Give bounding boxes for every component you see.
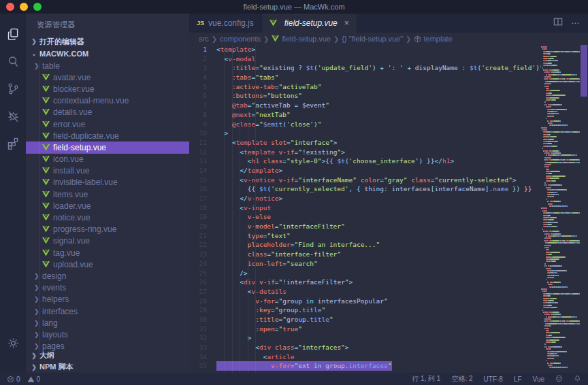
tree-item-avatar-vue[interactable]: avatar.vue	[26, 71, 189, 83]
code-line-2[interactable]: 2 <v-modal	[189, 54, 541, 64]
split-editor-icon[interactable]	[553, 17, 563, 29]
scrollbar-thumb[interactable]	[581, 45, 587, 97]
tree-item-install-vue[interactable]: install.vue	[26, 165, 189, 177]
tree-item-interfaces[interactable]: ❯interfaces	[26, 305, 189, 317]
code-line-8[interactable]: 8 @next="nextTab"	[189, 110, 541, 120]
debug-icon[interactable]	[0, 102, 26, 129]
code-line-19[interactable]: 19 v-else	[189, 212, 541, 222]
tree-item-events[interactable]: ❯events	[26, 282, 189, 294]
tree-item-contextual-menu-vue[interactable]: contextual-menu.vue	[26, 95, 189, 107]
tab-field-setup-vue[interactable]: field-setup.vue×	[262, 14, 357, 33]
tree-item-error-vue[interactable]: error.vue	[26, 118, 189, 130]
code-line-31[interactable]: 31 :open="true"	[189, 324, 541, 334]
breadcrumb-item-components[interactable]: components	[220, 35, 261, 43]
npm-scripts-section[interactable]: ❯ NPM 脚本	[26, 361, 189, 373]
code-line-24[interactable]: 24 icon-left="search"	[189, 259, 541, 269]
tree-item-helpers[interactable]: ❯helpers	[26, 294, 189, 305]
code-line-34[interactable]: 34 <article	[189, 352, 541, 362]
explorer-icon[interactable]	[0, 20, 26, 48]
code-line-30[interactable]: 30 :title="group.title"	[189, 315, 541, 324]
code-line-25[interactable]: 25 />	[189, 269, 541, 278]
tree-item-table[interactable]: ❯table	[26, 60, 189, 71]
tree-item-field-duplicate-vue[interactable]: field-duplicate.vue	[26, 130, 189, 141]
minimap-line	[541, 53, 580, 54]
breadcrumb-item-field-setup-vue[interactable]: field-setup.vue	[272, 35, 331, 43]
code-line-7[interactable]: 7 @tab="activeTab = $event"	[189, 101, 541, 110]
tree-item-blocker-vue[interactable]: blocker.vue	[26, 83, 189, 95]
breadcrumb-item-template[interactable]: template	[414, 35, 452, 43]
code-line-20[interactable]: 20 v-model="interfaceFilter"	[189, 222, 541, 231]
open-editors-section[interactable]: ❯ 打开的编辑器	[26, 35, 189, 48]
tree-item-details-vue[interactable]: details.vue	[26, 107, 189, 118]
code-line-1[interactable]: 1<template>	[189, 45, 541, 54]
minimap-line	[541, 233, 580, 235]
tab-vue-config-js[interactable]: JSvue.config.js	[189, 14, 262, 33]
tree-item-label: field-duplicate.vue	[53, 131, 119, 141]
outline-section[interactable]: ❯ 大纲	[26, 350, 189, 361]
breadcrumb-item-src[interactable]: src	[199, 35, 209, 43]
breadcrumb-item--field-setup-vue-[interactable]: {} "field-setup.vue"	[342, 35, 403, 43]
status-segment-vue[interactable]: Vue	[533, 375, 544, 383]
code-line-14[interactable]: 14 </template>	[189, 166, 541, 175]
code-line-13[interactable]: 13 <h1 class="style-0">{{ $t('choose_int…	[189, 156, 541, 166]
code-line-3[interactable]: 3 :title="existing ? $t('update_field') …	[189, 63, 541, 73]
code-line-11[interactable]: 11 <template slot="interface">	[189, 138, 541, 148]
tree-item-lang[interactable]: ❯lang	[26, 317, 189, 329]
chevron-right-icon: ❯	[29, 38, 39, 45]
code-line-32[interactable]: 32 >	[189, 333, 541, 343]
notifications-bell-icon[interactable]	[574, 375, 581, 384]
tree-item-design[interactable]: ❯design	[26, 270, 189, 282]
code-line-6[interactable]: 6 :buttons="buttons"	[189, 91, 541, 101]
tree-item-progress-ring-vue[interactable]: progress-ring.vue	[26, 224, 189, 235]
code-line-4[interactable]: 4 :tabs="tabs"	[189, 73, 541, 82]
tree-item-notice-vue[interactable]: notice.vue	[26, 212, 189, 223]
code-line-15[interactable]: 15 <v-notice v-if="interfaceName" color=…	[189, 175, 541, 185]
tree-item-upload-vue[interactable]: upload.vue	[26, 258, 189, 270]
code-line-10[interactable]: 10 >	[189, 129, 541, 138]
tree-item-invisible-label-vue[interactable]: invisible-label.vue	[26, 177, 189, 188]
root-folder-section[interactable]: ⌄ MACWK.COM	[26, 48, 189, 60]
code-line-5[interactable]: 5 :active-tab="activeTab"	[189, 82, 541, 92]
status-segment-utf-8[interactable]: UTF-8	[484, 375, 503, 383]
close-tab-icon[interactable]: ×	[344, 18, 349, 28]
code-line-22[interactable]: 22 placeholder="Find an interface..."	[189, 240, 541, 250]
code-editor[interactable]: 1<template>2 <v-modal3 :title="existing …	[189, 45, 541, 373]
line-number: 4	[189, 73, 216, 82]
tree-item-icon-vue[interactable]: icon.vue	[26, 154, 189, 165]
minimap-line	[541, 346, 580, 348]
code-line-18[interactable]: 18 <v-input	[189, 203, 541, 213]
minimap-line	[541, 124, 580, 126]
search-icon[interactable]	[0, 48, 26, 75]
tree-item-loader-vue[interactable]: loader.vue	[26, 200, 189, 212]
more-actions-icon[interactable]: ⋯	[571, 18, 580, 28]
feedback-smiley-icon[interactable]	[555, 375, 563, 384]
code-line-28[interactable]: 28 v-for="group in interfacesPopular"	[189, 297, 541, 306]
minimap[interactable]	[541, 45, 580, 373]
extensions-icon[interactable]	[0, 129, 26, 156]
status-segment--1-1[interactable]: 行 1, 列 1	[412, 374, 440, 384]
tree-item-layouts[interactable]: ❯layouts	[26, 329, 189, 340]
code-line-33[interactable]: 33 <div class="interfaces">	[189, 343, 541, 352]
code-line-35[interactable]: 35 v-for="ext in group.interfaces"	[189, 361, 541, 371]
code-line-17[interactable]: 17 </v-notice>	[189, 194, 541, 203]
tree-item-label: avatar.vue	[53, 73, 91, 82]
code-line-26[interactable]: 26 <div v-if="!interfaceFilter">	[189, 278, 541, 287]
source-control-icon[interactable]	[0, 75, 26, 102]
code-line-27[interactable]: 27 <v-details	[189, 287, 541, 297]
code-line-21[interactable]: 21 type="text"	[189, 231, 541, 241]
status-segment-lf[interactable]: LF	[514, 375, 522, 383]
warnings-status[interactable]: 0	[27, 375, 41, 383]
code-line-9[interactable]: 9 @close="$emit('close')"	[189, 120, 541, 129]
tree-item-field-setup-vue[interactable]: field-setup.vue	[26, 141, 189, 153]
tree-item-items-vue[interactable]: items.vue	[26, 188, 189, 200]
code-line-12[interactable]: 12 <template v-if="!existing">	[189, 148, 541, 157]
tree-item-signal-vue[interactable]: signal.vue	[26, 235, 189, 247]
code-line-29[interactable]: 29 :key="group.title"	[189, 305, 541, 315]
code-line-16[interactable]: 16 {{ $t('currently_selected', { thing: …	[189, 184, 541, 194]
status-segment--2[interactable]: 空格: 2	[451, 374, 472, 384]
errors-status[interactable]: 0	[7, 375, 20, 383]
vertical-scrollbar[interactable]	[580, 45, 588, 373]
code-line-23[interactable]: 23 class="interface-filter"	[189, 250, 541, 259]
manage-gear-icon[interactable]	[0, 329, 26, 356]
tree-item-tag-vue[interactable]: tag.vue	[26, 247, 189, 258]
